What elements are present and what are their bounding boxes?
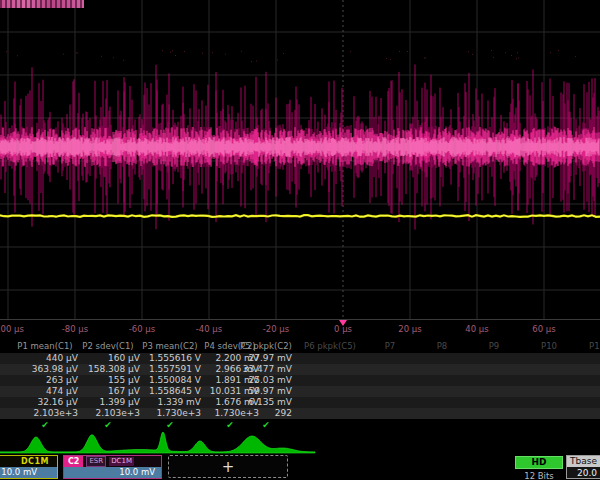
c2-esr-badge: ESR bbox=[86, 456, 106, 467]
time-axis-label: -60 µs bbox=[120, 324, 164, 334]
c2-coupling-badge: DC1M bbox=[109, 457, 134, 466]
measurement-rows: 440 µV160 µV1.555616 V2.200 mV27.97 mV36… bbox=[0, 353, 600, 419]
measurement-stat-row: 474 µV167 µV1.558645 V10.031 mV59.97 mV bbox=[0, 386, 600, 397]
waveform-display[interactable] bbox=[0, 0, 600, 320]
measurement-stat-row: 2.103e+32.103e+31.730e+31.730e+3292 bbox=[0, 408, 600, 419]
plus-icon: + bbox=[222, 458, 235, 476]
measurement-stat-row: 32.16 µV1.399 µV1.339 mV1.676 mV6.135 mV bbox=[0, 397, 600, 408]
trigger-position-icon[interactable] bbox=[339, 320, 347, 326]
cropped-readout-fragment bbox=[0, 0, 84, 8]
time-axis-label: -80 µs bbox=[53, 324, 97, 334]
measurement-value: 167 µV bbox=[70, 386, 140, 397]
timebase-value: 20.0 µs/div bbox=[567, 467, 600, 478]
measurement-value: 363.98 µV bbox=[8, 364, 78, 375]
measurement-value: 474 µV bbox=[8, 386, 78, 397]
measurement-value: 33.477 mV bbox=[222, 364, 292, 375]
measurement-header-inactive[interactable]: P11 bbox=[552, 341, 600, 351]
histicon-peaks bbox=[0, 432, 315, 453]
time-axis: -100 µs-80 µs-60 µs-40 µs-20 µs0 µs20 µs… bbox=[0, 319, 600, 340]
hd-bits-label: 12 Bits bbox=[515, 471, 563, 480]
measurement-stat-row: 263 µV155 µV1.550084 V1.891 mV25.03 mV bbox=[0, 375, 600, 386]
measurement-value: 2.103e+3 bbox=[8, 408, 78, 419]
time-axis-label: 60 µs bbox=[522, 324, 566, 334]
measurement-value: 1.399 µV bbox=[70, 397, 140, 408]
c2-channel-badge: C2 bbox=[64, 456, 83, 467]
add-trace-button[interactable]: + bbox=[168, 455, 288, 478]
measurement-value: 155 µV bbox=[70, 375, 140, 386]
measurement-value: 27.97 mV bbox=[222, 353, 292, 364]
hd-badge: HD bbox=[515, 456, 563, 469]
time-axis-label: -100 µs bbox=[0, 324, 30, 334]
time-axis-label: -40 µs bbox=[187, 324, 231, 334]
c1-coupling-badge: DC1M bbox=[21, 457, 49, 466]
measurement-value: 25.03 mV bbox=[222, 375, 292, 386]
measurement-header-row: P1 mean(C1)P2 sdev(C1)P3 mean(C2)P4 sdev… bbox=[0, 340, 600, 353]
measurement-value: 160 µV bbox=[70, 353, 140, 364]
measurement-value: 440 µV bbox=[8, 353, 78, 364]
timebase-descriptor-box[interactable]: Tbase 20.0 µs/div bbox=[566, 455, 600, 479]
oscilloscope-screen: -100 µs-80 µs-60 µs-40 µs-20 µs0 µs20 µs… bbox=[0, 0, 600, 480]
c2-descriptor-box[interactable]: C2 ESR DC1M 10.0 mV bbox=[63, 455, 162, 479]
measurement-table: P1 mean(C1)P2 sdev(C1)P3 mean(C2)P4 sdev… bbox=[0, 340, 600, 432]
measurement-value: 6.135 mV bbox=[222, 397, 292, 408]
measurement-value: 292 bbox=[222, 408, 292, 419]
c2-vdiv-value: 10.0 mV bbox=[64, 467, 161, 478]
measurement-value: 59.97 mV bbox=[222, 386, 292, 397]
measurement-stat-row: 363.98 µV158.308 µV1.557591 V2.966 mV33.… bbox=[0, 364, 600, 375]
timebase-title: Tbase bbox=[567, 456, 600, 467]
measurement-value: 2.103e+3 bbox=[70, 408, 140, 419]
hd-mode-indicator[interactable]: HD 12 Bits bbox=[515, 456, 563, 480]
measurement-value: 263 µV bbox=[8, 375, 78, 386]
measurement-stat-row: 440 µV160 µV1.555616 V2.200 mV27.97 mV bbox=[0, 353, 600, 364]
histicon-strip[interactable] bbox=[0, 431, 600, 454]
c1-vdiv-value: 10.0 mV bbox=[0, 467, 57, 478]
measurement-value: 32.16 µV bbox=[8, 397, 78, 408]
time-axis-label: -20 µs bbox=[254, 324, 298, 334]
time-axis-label: 20 µs bbox=[388, 324, 432, 334]
c1-descriptor-box[interactable]: DC1M 10.0 mV bbox=[0, 455, 58, 479]
persistence-dots bbox=[6, 51, 576, 62]
time-axis-label: 40 µs bbox=[455, 324, 499, 334]
measurement-value: 158.308 µV bbox=[70, 364, 140, 375]
